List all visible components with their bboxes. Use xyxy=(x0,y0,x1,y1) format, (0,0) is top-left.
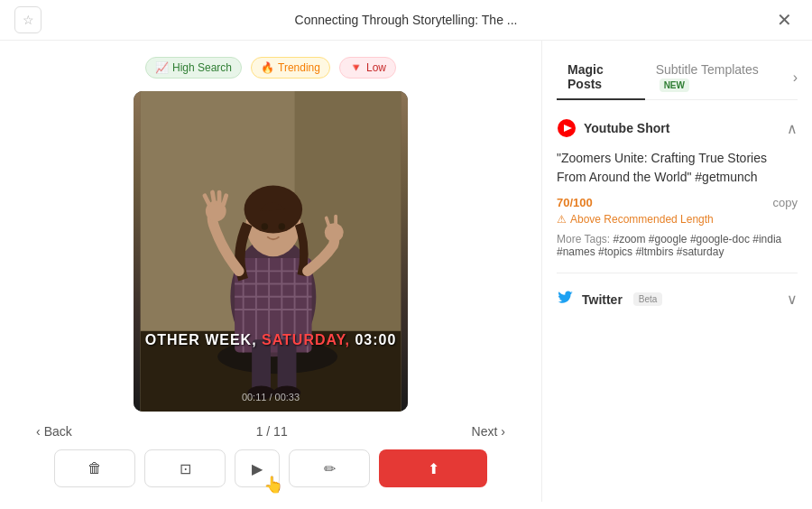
youtube-collapse-button[interactable]: ∧ xyxy=(787,120,798,137)
close-button[interactable]: ✕ xyxy=(770,6,798,33)
action-buttons-row: 🗑 ⊡ ▶ 👆 ✏ ⬆ xyxy=(27,449,514,487)
overlay-time: 03:00 xyxy=(355,332,396,347)
tag-trending-label: Trending xyxy=(278,61,320,74)
header: ☆ Connecting Through Storytelling: The .… xyxy=(0,0,812,41)
share-button[interactable]: ⬆ xyxy=(379,449,487,487)
delete-icon: 🗑 xyxy=(88,460,102,477)
youtube-icon xyxy=(557,118,577,138)
twitter-section: Twitter Beta ∨ xyxy=(557,288,798,310)
platform-header-left: Youtube Short xyxy=(557,118,669,138)
video-timecode: 00:11 / 00:33 xyxy=(134,392,408,403)
overlay-pre-text: OTHER WEEK, xyxy=(145,332,257,347)
tag-low-label: Low xyxy=(366,61,386,74)
tag-high-search: 📈 High Search xyxy=(145,57,242,79)
score-value: 70/100 xyxy=(557,196,593,209)
score-row: 70/100 copy xyxy=(557,196,798,209)
bottom-controls: ‹ Back 1 / 11 Next › 🗑 ⊡ xyxy=(27,424,514,487)
tags-row: 📈 High Search 🔥 Trending 🔻 Low xyxy=(145,57,396,79)
page-indicator: 1 / 11 xyxy=(256,424,288,439)
crop-icon: ⊡ xyxy=(180,460,191,477)
youtube-post-content: "Zoomers Unite: Crafting True Stories Fr… xyxy=(557,149,798,187)
crop-button[interactable]: ⊡ xyxy=(144,449,226,487)
twitter-icon xyxy=(557,288,575,310)
tabs-row: Magic Posts Subtitle Templates NEW › xyxy=(557,55,798,100)
star-icon: ☆ xyxy=(23,13,34,27)
pencil-icon: ✏ xyxy=(324,460,336,477)
page-title: Connecting Through Storytelling: The ... xyxy=(295,13,518,27)
close-icon: ✕ xyxy=(777,9,792,31)
video-overlay-text: OTHER WEEK, SATURDAY, 03:00 xyxy=(134,332,408,348)
back-chevron-icon: ‹ xyxy=(36,424,41,439)
tab-subtitle-templates[interactable]: Subtitle Templates NEW xyxy=(645,55,793,100)
tag-low: 🔻 Low xyxy=(339,57,396,79)
play-icon: ▶ xyxy=(252,460,263,477)
svg-point-20 xyxy=(279,223,286,230)
svg-point-19 xyxy=(262,223,269,230)
section-divider xyxy=(557,273,798,273)
main-content: 📈 High Search 🔥 Trending 🔻 Low xyxy=(0,41,812,502)
next-chevron-icon: › xyxy=(501,424,505,439)
trending-icon: 🔥 xyxy=(261,61,274,74)
new-badge: NEW xyxy=(660,79,689,92)
overlay-red-text: SATURDAY, xyxy=(262,332,350,347)
delete-button[interactable]: 🗑 xyxy=(54,449,135,487)
edit-button[interactable]: ✏ xyxy=(289,449,370,487)
warning-icon: ⚠ xyxy=(557,213,567,226)
next-button[interactable]: Next › xyxy=(472,424,505,439)
back-button[interactable]: ‹ Back xyxy=(36,424,72,439)
svg-line-27 xyxy=(327,217,329,226)
youtube-short-header: Youtube Short ∧ xyxy=(557,118,798,138)
star-button[interactable]: ☆ xyxy=(14,6,42,33)
share-icon: ⬆ xyxy=(428,460,439,477)
cursor-hand-icon: 👆 xyxy=(263,475,283,495)
video-player[interactable]: OTHER WEEK, SATURDAY, 03:00 00:11 / 00:3… xyxy=(134,91,408,412)
twitter-header-left: Twitter Beta xyxy=(557,288,662,310)
svg-line-25 xyxy=(224,196,226,204)
twitter-platform-name: Twitter xyxy=(582,292,623,307)
video-background-svg xyxy=(134,91,408,412)
youtube-platform-name: Youtube Short xyxy=(584,121,669,135)
nav-row: ‹ Back 1 / 11 Next › xyxy=(27,424,514,439)
low-icon: 🔻 xyxy=(349,61,363,74)
high-search-icon: 📈 xyxy=(155,61,169,74)
twitter-expand-button[interactable]: ∨ xyxy=(787,291,798,308)
left-panel: 📈 High Search 🔥 Trending 🔻 Low xyxy=(0,41,541,502)
tabs-arrow-icon[interactable]: › xyxy=(793,69,798,86)
youtube-short-section: Youtube Short ∧ "Zoomers Unite: Crafting… xyxy=(557,118,798,258)
beta-badge: Beta xyxy=(633,292,663,306)
right-panel: Magic Posts Subtitle Templates NEW › xyxy=(541,41,812,502)
tag-trending: 🔥 Trending xyxy=(251,57,330,79)
score-warning: ⚠ Above Recommended Length xyxy=(557,213,798,226)
copy-button[interactable]: copy xyxy=(773,196,798,209)
tab-magic-posts[interactable]: Magic Posts xyxy=(557,55,645,100)
more-tags: More Tags: #zoom #google #google-doc #in… xyxy=(557,233,798,258)
expand-icon: ∨ xyxy=(787,292,798,307)
collapse-icon: ∧ xyxy=(787,121,798,136)
svg-line-23 xyxy=(212,192,214,202)
tag-high-search-label: High Search xyxy=(172,61,232,74)
